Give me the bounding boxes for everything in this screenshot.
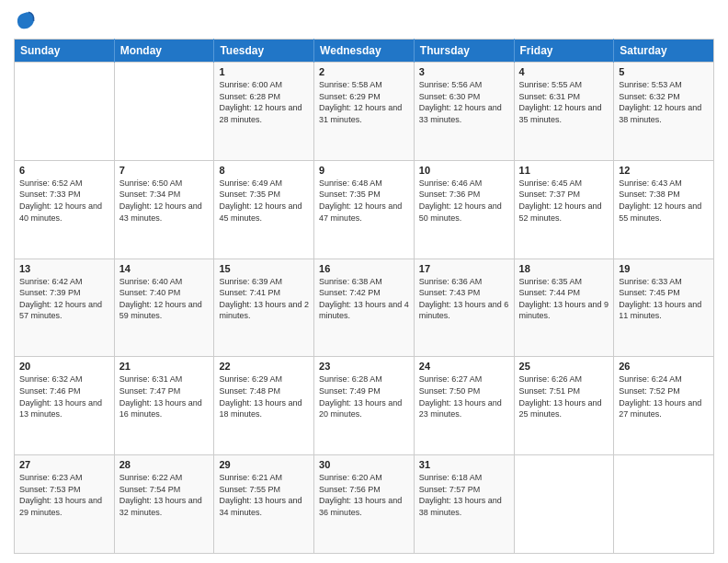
day-number: 6	[19, 165, 109, 176]
day-detail: Sunrise: 6:43 AMSunset: 7:38 PMDaylight:…	[619, 178, 709, 224]
day-number: 1	[219, 66, 309, 77]
calendar-cell	[114, 63, 214, 161]
calendar-cell: 5Sunrise: 5:53 AMSunset: 6:32 PMDaylight…	[614, 63, 714, 161]
day-detail: Sunrise: 6:33 AMSunset: 7:45 PMDaylight:…	[619, 276, 709, 322]
day-detail: Sunrise: 6:50 AMSunset: 7:34 PMDaylight:…	[119, 178, 210, 224]
calendar-cell: 19Sunrise: 6:33 AMSunset: 7:45 PMDayligh…	[614, 259, 714, 357]
calendar-cell: 7Sunrise: 6:50 AMSunset: 7:34 PMDaylight…	[114, 160, 214, 259]
day-detail: Sunrise: 6:40 AMSunset: 7:40 PMDaylight:…	[119, 276, 210, 322]
calendar-cell: 27Sunrise: 6:23 AMSunset: 7:53 PMDayligh…	[15, 455, 115, 554]
calendar-cell: 2Sunrise: 5:58 AMSunset: 6:29 PMDaylight…	[314, 63, 415, 161]
day-detail: Sunrise: 5:56 AMSunset: 6:30 PMDaylight:…	[419, 79, 509, 125]
day-number: 17	[419, 263, 509, 274]
day-detail: Sunrise: 5:55 AMSunset: 6:31 PMDaylight:…	[519, 79, 609, 125]
day-number: 2	[319, 66, 409, 77]
calendar-table: SundayMondayTuesdayWednesdayThursdayFrid…	[14, 39, 714, 554]
day-number: 20	[19, 361, 109, 372]
calendar-cell: 4Sunrise: 5:55 AMSunset: 6:31 PMDaylight…	[514, 63, 614, 161]
calendar-cell: 16Sunrise: 6:38 AMSunset: 7:42 PMDayligh…	[314, 259, 415, 357]
calendar-cell: 6Sunrise: 6:52 AMSunset: 7:33 PMDaylight…	[15, 160, 115, 259]
calendar-cell	[614, 455, 714, 554]
weekday-header-tuesday: Tuesday	[214, 40, 314, 63]
day-number: 27	[19, 459, 109, 470]
calendar-cell: 21Sunrise: 6:31 AMSunset: 7:47 PMDayligh…	[114, 357, 214, 455]
day-detail: Sunrise: 6:32 AMSunset: 7:46 PMDaylight:…	[19, 373, 109, 419]
day-detail: Sunrise: 6:22 AMSunset: 7:54 PMDaylight:…	[119, 472, 210, 518]
weekday-header-saturday: Saturday	[614, 40, 714, 63]
week-row-3: 20Sunrise: 6:32 AMSunset: 7:46 PMDayligh…	[15, 357, 714, 455]
day-number: 26	[619, 361, 709, 372]
day-number: 8	[219, 165, 309, 176]
day-number: 4	[519, 66, 609, 77]
calendar-cell: 18Sunrise: 6:35 AMSunset: 7:44 PMDayligh…	[514, 259, 614, 357]
day-number: 21	[119, 361, 210, 372]
calendar-cell: 12Sunrise: 6:43 AMSunset: 7:38 PMDayligh…	[614, 160, 714, 259]
day-number: 11	[519, 165, 609, 176]
calendar-cell	[15, 63, 115, 161]
calendar-cell: 17Sunrise: 6:36 AMSunset: 7:43 PMDayligh…	[414, 259, 514, 357]
week-row-0: 1Sunrise: 6:00 AMSunset: 6:28 PMDaylight…	[15, 63, 714, 161]
calendar-cell: 31Sunrise: 6:18 AMSunset: 7:57 PMDayligh…	[414, 455, 514, 554]
day-detail: Sunrise: 6:20 AMSunset: 7:56 PMDaylight:…	[319, 472, 409, 518]
calendar-cell: 20Sunrise: 6:32 AMSunset: 7:46 PMDayligh…	[15, 357, 115, 455]
weekday-header-sunday: Sunday	[15, 40, 115, 63]
day-number: 24	[419, 361, 509, 372]
day-detail: Sunrise: 5:53 AMSunset: 6:32 PMDaylight:…	[619, 79, 709, 125]
calendar-cell: 30Sunrise: 6:20 AMSunset: 7:56 PMDayligh…	[314, 455, 415, 554]
header	[14, 9, 714, 31]
calendar-cell: 29Sunrise: 6:21 AMSunset: 7:55 PMDayligh…	[214, 455, 314, 554]
day-detail: Sunrise: 6:35 AMSunset: 7:44 PMDaylight:…	[519, 276, 609, 322]
calendar-cell: 26Sunrise: 6:24 AMSunset: 7:52 PMDayligh…	[614, 357, 714, 455]
day-detail: Sunrise: 6:42 AMSunset: 7:39 PMDaylight:…	[19, 276, 109, 322]
day-detail: Sunrise: 6:29 AMSunset: 7:48 PMDaylight:…	[219, 373, 309, 419]
calendar-cell: 14Sunrise: 6:40 AMSunset: 7:40 PMDayligh…	[114, 259, 214, 357]
calendar-cell: 25Sunrise: 6:26 AMSunset: 7:51 PMDayligh…	[514, 357, 614, 455]
calendar-cell	[514, 455, 614, 554]
calendar-cell: 15Sunrise: 6:39 AMSunset: 7:41 PMDayligh…	[214, 259, 314, 357]
day-number: 18	[519, 263, 609, 274]
day-detail: Sunrise: 6:00 AMSunset: 6:28 PMDaylight:…	[219, 79, 309, 125]
weekday-header-friday: Friday	[514, 40, 614, 63]
day-number: 16	[319, 263, 409, 274]
day-detail: Sunrise: 6:18 AMSunset: 7:57 PMDaylight:…	[419, 472, 509, 518]
week-row-4: 27Sunrise: 6:23 AMSunset: 7:53 PMDayligh…	[15, 455, 714, 554]
day-number: 31	[419, 459, 509, 470]
calendar-cell: 10Sunrise: 6:46 AMSunset: 7:36 PMDayligh…	[414, 160, 514, 259]
calendar-cell: 13Sunrise: 6:42 AMSunset: 7:39 PMDayligh…	[15, 259, 115, 357]
calendar-cell: 1Sunrise: 6:00 AMSunset: 6:28 PMDaylight…	[214, 63, 314, 161]
weekday-header-row: SundayMondayTuesdayWednesdayThursdayFrid…	[15, 40, 714, 63]
day-number: 13	[19, 263, 109, 274]
day-number: 22	[219, 361, 309, 372]
day-number: 12	[619, 165, 709, 176]
weekday-header-monday: Monday	[114, 40, 214, 63]
day-number: 15	[219, 263, 309, 274]
day-number: 9	[319, 165, 409, 176]
logo-icon	[14, 9, 36, 31]
day-detail: Sunrise: 6:28 AMSunset: 7:49 PMDaylight:…	[319, 373, 409, 419]
day-number: 3	[419, 66, 509, 77]
day-detail: Sunrise: 6:31 AMSunset: 7:47 PMDaylight:…	[119, 373, 210, 419]
day-detail: Sunrise: 5:58 AMSunset: 6:29 PMDaylight:…	[319, 79, 409, 125]
week-row-1: 6Sunrise: 6:52 AMSunset: 7:33 PMDaylight…	[15, 160, 714, 259]
day-detail: Sunrise: 6:49 AMSunset: 7:35 PMDaylight:…	[219, 178, 309, 224]
day-number: 7	[119, 165, 210, 176]
day-detail: Sunrise: 6:46 AMSunset: 7:36 PMDaylight:…	[419, 178, 509, 224]
day-detail: Sunrise: 6:38 AMSunset: 7:42 PMDaylight:…	[319, 276, 409, 322]
day-detail: Sunrise: 6:23 AMSunset: 7:53 PMDaylight:…	[19, 472, 109, 518]
day-number: 25	[519, 361, 609, 372]
logo	[14, 9, 40, 31]
calendar-cell: 28Sunrise: 6:22 AMSunset: 7:54 PMDayligh…	[114, 455, 214, 554]
day-detail: Sunrise: 6:52 AMSunset: 7:33 PMDaylight:…	[19, 178, 109, 224]
week-row-2: 13Sunrise: 6:42 AMSunset: 7:39 PMDayligh…	[15, 259, 714, 357]
day-number: 5	[619, 66, 709, 77]
day-number: 14	[119, 263, 210, 274]
weekday-header-wednesday: Wednesday	[314, 40, 415, 63]
day-detail: Sunrise: 6:39 AMSunset: 7:41 PMDaylight:…	[219, 276, 309, 322]
day-number: 10	[419, 165, 509, 176]
day-number: 19	[619, 263, 709, 274]
day-detail: Sunrise: 6:21 AMSunset: 7:55 PMDaylight:…	[219, 472, 309, 518]
weekday-header-thursday: Thursday	[414, 40, 514, 63]
day-detail: Sunrise: 6:26 AMSunset: 7:51 PMDaylight:…	[519, 373, 609, 419]
day-number: 28	[119, 459, 210, 470]
calendar-cell: 22Sunrise: 6:29 AMSunset: 7:48 PMDayligh…	[214, 357, 314, 455]
